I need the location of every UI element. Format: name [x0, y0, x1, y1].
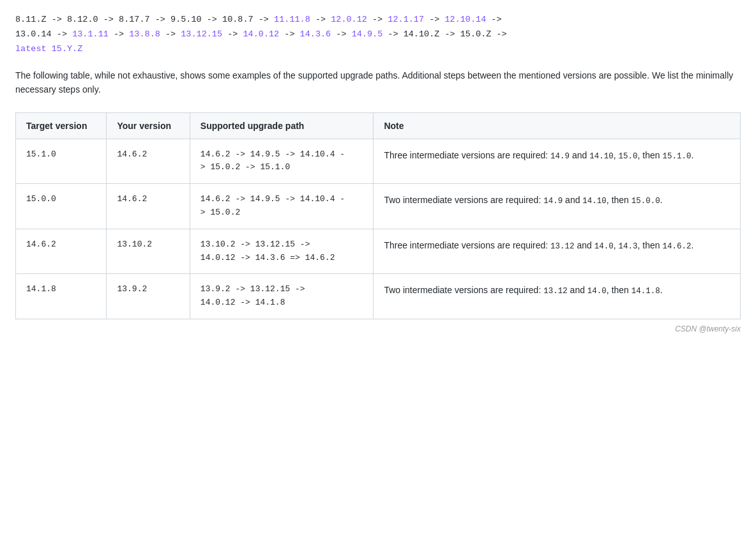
target-version: 14.6.2 [16, 229, 107, 274]
upgrade-path: 14.6.2 -> 14.9.5 -> 14.10.4 -> 15.0.2 ->… [190, 139, 374, 184]
col-path: Supported upgrade path [190, 112, 374, 139]
version-link-12012[interactable]: 12.0.12 [331, 15, 367, 24]
watermark: CSDN @twenty-six [15, 324, 741, 333]
table-body: 15.1.0 14.6.2 14.6.2 -> 14.9.5 -> 14.10.… [16, 139, 741, 319]
upgrade-path: 14.6.2 -> 14.9.5 -> 14.10.4 -> 15.0.2 [190, 184, 374, 229]
header-row: Target version Your version Supported up… [16, 112, 741, 139]
table-row: 15.0.0 14.6.2 14.6.2 -> 14.9.5 -> 14.10.… [16, 184, 741, 229]
version-link-12117[interactable]: 12.1.17 [388, 15, 424, 24]
note-text: Two intermediate versions are required: … [374, 184, 741, 229]
upgrade-path: 13.9.2 -> 13.12.15 ->14.0.12 -> 14.1.8 [190, 274, 374, 319]
table-row: 14.1.8 13.9.2 13.9.2 -> 13.12.15 ->14.0.… [16, 274, 741, 319]
version-link-11118[interactable]: 11.11.8 [274, 15, 310, 24]
version-link-1388[interactable]: 13.8.8 [129, 29, 160, 39]
target-version: 14.1.8 [16, 274, 107, 319]
target-version: 15.0.0 [16, 184, 107, 229]
upgrade-table: Target version Your version Supported up… [15, 112, 741, 319]
upgrade-path: 13.10.2 -> 13.12.15 ->14.0.12 -> 14.3.6 … [190, 229, 374, 274]
version-link-latest[interactable]: latest 15.Y.Z [15, 44, 82, 54]
version-link-1436[interactable]: 14.3.6 [300, 29, 331, 39]
table-row: 14.6.2 13.10.2 13.10.2 -> 13.12.15 ->14.… [16, 229, 741, 274]
version-link-14012[interactable]: 14.0.12 [243, 29, 279, 39]
note-text: Two intermediate versions are required: … [374, 274, 741, 319]
col-target: Target version [16, 112, 107, 139]
your-version: 14.6.2 [107, 184, 190, 229]
version-link-121014[interactable]: 12.10.14 [444, 15, 486, 24]
table-header: Target version Your version Supported up… [16, 112, 741, 139]
note-text: Three intermediate versions are required… [374, 139, 741, 184]
version-link-1495[interactable]: 14.9.5 [352, 29, 383, 39]
your-version: 14.6.2 [107, 139, 190, 184]
your-version: 13.9.2 [107, 274, 190, 319]
col-note: Note [374, 112, 741, 139]
target-version: 15.1.0 [16, 139, 107, 184]
table-row: 15.1.0 14.6.2 14.6.2 -> 14.9.5 -> 14.10.… [16, 139, 741, 184]
version-link-13111[interactable]: 13.1.11 [72, 29, 109, 39]
version-path-block: 8.11.Z -> 8.12.0 -> 8.17.7 -> 9.5.10 -> … [15, 13, 741, 57]
your-version: 13.10.2 [107, 229, 190, 274]
col-your: Your version [107, 112, 190, 139]
version-path-text: 8.11.Z -> 8.12.0 -> 8.17.7 -> 9.5.10 -> … [15, 15, 507, 54]
description-paragraph: The following table, while not exhaustiv… [15, 68, 741, 97]
note-text: Three intermediate versions are required… [374, 229, 741, 274]
version-link-131215[interactable]: 13.12.15 [181, 29, 222, 39]
